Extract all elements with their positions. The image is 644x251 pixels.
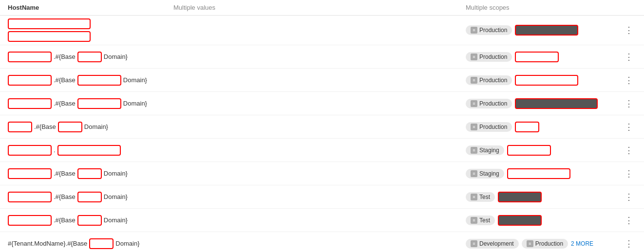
scope-badge: ≡Test xyxy=(466,215,495,225)
row-menu-button[interactable] xyxy=(623,75,636,86)
scope-label: Staging xyxy=(479,147,499,154)
hostname-text: .#{Base xyxy=(54,53,76,60)
scope-label: Production xyxy=(479,77,507,84)
scope-badge: ≡Production xyxy=(466,122,512,132)
redacted-field xyxy=(8,31,91,42)
scopes-cell: ≡Development≡Production2 MORE xyxy=(466,239,622,249)
hostname-text: Domain} xyxy=(115,240,139,247)
more-scopes-link[interactable]: 2 MORE xyxy=(571,240,593,247)
redacted-field xyxy=(77,98,121,109)
row-menu-button[interactable] xyxy=(623,122,636,132)
hostname-text: Domain} xyxy=(123,76,147,84)
hostname-cell: .#{BaseDomain} xyxy=(8,192,173,202)
row-actions-cell xyxy=(622,122,636,132)
hostname-column-header: HostName xyxy=(8,4,173,11)
scopes-cell: ≡Production xyxy=(466,98,622,109)
row-menu-button[interactable] xyxy=(623,192,636,202)
row-menu-button[interactable] xyxy=(623,238,636,249)
hostname-text: Domain} xyxy=(123,100,147,107)
redacted-field xyxy=(89,238,114,249)
hostname-text: .#{Base xyxy=(54,76,76,84)
scope-badge: ≡Staging xyxy=(466,145,504,155)
scope-icon: ≡ xyxy=(471,100,477,107)
hostname-cell: .#{BaseDomain} xyxy=(8,75,173,86)
hostname-cell: .#{BaseDomain} xyxy=(8,168,173,179)
redacted-field xyxy=(8,122,32,132)
scope-badge: ≡Production xyxy=(466,99,512,108)
scope-badge: ≡Development xyxy=(466,239,519,249)
hostname-text: .#{Base xyxy=(54,193,76,200)
scopes-cell: ≡Production xyxy=(466,75,622,86)
redacted-field xyxy=(77,192,102,202)
table-body: ≡Production.#{BaseDomain}≡Production.#{B… xyxy=(0,16,644,251)
values-column-header: Multiple values xyxy=(173,4,466,11)
hostname-cell: .#{BaseDomain} xyxy=(8,98,173,109)
scope-badge: ≡Production xyxy=(466,52,512,62)
redacted-field xyxy=(8,192,52,202)
redacted-scope xyxy=(515,25,578,36)
redacted-scope xyxy=(498,215,542,226)
scope-icon: ≡ xyxy=(471,27,477,34)
hostname-cell: .#{BaseDomain} xyxy=(8,52,173,62)
hostname-text: Domain} xyxy=(104,170,128,177)
row-menu-button[interactable] xyxy=(623,98,636,109)
scopes-cell: ≡Staging xyxy=(466,145,622,156)
hostname-text: Domain} xyxy=(104,216,128,224)
table-row: .#{BaseDomain}≡Production xyxy=(0,69,644,92)
hostname-text: Domain} xyxy=(104,53,128,60)
redacted-scope xyxy=(507,168,570,179)
row-menu-button[interactable] xyxy=(623,25,636,36)
hostname-text: #{Tenant.ModName}.#{Base xyxy=(8,240,87,247)
row-actions-cell xyxy=(622,145,636,156)
row-actions-cell xyxy=(622,192,636,202)
hostname-cell xyxy=(8,18,173,42)
table-row: .#{BaseDomain}≡Production xyxy=(0,92,644,115)
redacted-field xyxy=(8,52,52,62)
scopes-cell: ≡Production xyxy=(466,25,622,36)
scope-label: Production xyxy=(479,124,507,130)
table-row: ≡Production xyxy=(0,16,644,45)
table-row: .#{BaseDomain}≡Production xyxy=(0,45,644,69)
scope-badge: ≡Test xyxy=(466,192,495,202)
scopes-cell: ≡Test xyxy=(466,215,622,226)
row-menu-button[interactable] xyxy=(623,168,636,179)
hostname-text: Domain} xyxy=(84,123,108,130)
scope-label: Development xyxy=(479,240,514,247)
scopes-cell: ≡Staging xyxy=(466,168,622,179)
redacted-field xyxy=(77,168,102,179)
scope-label: Production xyxy=(479,54,507,60)
scope-icon: ≡ xyxy=(471,240,477,247)
hostname-cell: . xyxy=(8,145,173,156)
row-menu-button[interactable] xyxy=(623,215,636,226)
row-actions-cell xyxy=(622,25,636,36)
row-actions-cell xyxy=(622,238,636,249)
redacted-field xyxy=(77,52,102,62)
redacted-scope xyxy=(515,98,598,109)
table-header: HostName Multiple values Multiple scopes xyxy=(0,0,644,16)
hostname-text: .#{Base xyxy=(54,100,76,107)
redacted-scope xyxy=(515,52,559,62)
row-menu-button[interactable] xyxy=(623,52,636,62)
scopes-cell: ≡Production xyxy=(466,52,622,62)
hostname-text: .#{Base xyxy=(34,123,56,130)
scope-label: Production xyxy=(479,100,507,107)
scope-icon: ≡ xyxy=(527,240,533,247)
row-actions-cell xyxy=(622,52,636,62)
scopes-cell: ≡Production xyxy=(466,122,622,132)
hostname-text: . xyxy=(54,146,56,154)
scope-icon: ≡ xyxy=(471,170,477,177)
row-menu-button[interactable] xyxy=(623,145,636,156)
hostname-text: .#{Base xyxy=(54,216,76,224)
scope-icon: ≡ xyxy=(471,77,477,84)
redacted-field xyxy=(8,18,91,29)
row-actions-cell xyxy=(622,98,636,109)
redacted-field xyxy=(8,168,52,179)
scopes-cell: ≡Test xyxy=(466,192,622,202)
redacted-field xyxy=(77,75,121,86)
row-actions-cell xyxy=(622,75,636,86)
redacted-field xyxy=(8,145,52,156)
table-row: #{Tenant.ModName}.#{BaseDomain}≡Developm… xyxy=(0,232,644,251)
redacted-field xyxy=(77,215,102,226)
redacted-field xyxy=(58,122,82,132)
scope-label: Test xyxy=(479,217,490,224)
